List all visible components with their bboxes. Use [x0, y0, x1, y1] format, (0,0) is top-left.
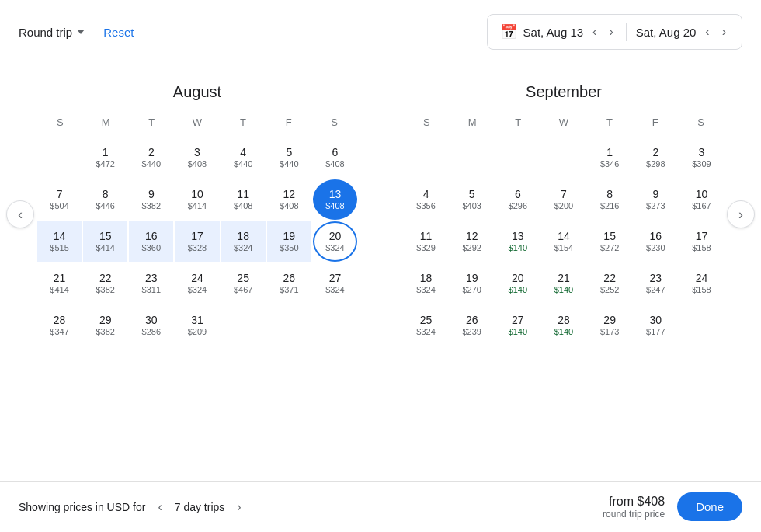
day-price: $440: [142, 159, 161, 169]
table-row[interactable]: 18$324: [221, 221, 266, 262]
trip-duration-prev-button[interactable]: ‹: [155, 499, 165, 516]
calendar-next-button[interactable]: ›: [727, 200, 755, 228]
day-number: 11: [420, 230, 433, 243]
day-price: $414: [188, 201, 207, 211]
table-row[interactable]: 5$440: [267, 137, 311, 178]
table-row[interactable]: 25$467: [221, 263, 266, 304]
table-row[interactable]: 15$272: [588, 221, 632, 262]
table-row[interactable]: 12$408: [267, 179, 311, 220]
day-number: 1: [606, 146, 613, 159]
table-row[interactable]: 17$328: [175, 221, 219, 262]
table-row[interactable]: 6$408: [313, 137, 357, 178]
table-row[interactable]: 26$371: [267, 263, 311, 304]
table-row[interactable]: 9$273: [634, 179, 678, 220]
table-row[interactable]: 30$177: [634, 305, 678, 346]
table-row[interactable]: 14$154: [541, 221, 586, 262]
date-end-prev-button[interactable]: ‹: [702, 23, 712, 40]
table-row[interactable]: 21$414: [37, 263, 82, 304]
table-row[interactable]: 29$173: [588, 305, 632, 346]
table-row[interactable]: 31$209: [175, 305, 219, 346]
table-row[interactable]: 13$408: [313, 179, 357, 220]
table-row[interactable]: 9$382: [129, 179, 173, 220]
table-row: [495, 137, 540, 178]
table-row[interactable]: 6$296: [495, 179, 540, 220]
day-price: $296: [509, 201, 527, 211]
table-row[interactable]: 2$298: [634, 137, 678, 178]
day-price: $309: [692, 159, 711, 169]
table-row[interactable]: 20$140: [495, 263, 540, 304]
day-price: $328: [188, 243, 207, 253]
table-row[interactable]: 30$286: [129, 305, 173, 346]
day-number: 17: [696, 230, 708, 243]
day-number: 12: [283, 188, 295, 201]
table-row[interactable]: 28$347: [37, 305, 82, 346]
table-row[interactable]: 26$239: [450, 305, 494, 346]
day-price: $408: [325, 201, 344, 211]
date-end-next-button[interactable]: ›: [719, 23, 729, 40]
table-row[interactable]: 12$292: [450, 221, 494, 262]
table-row[interactable]: 5$403: [450, 179, 494, 220]
table-row[interactable]: 4$356: [404, 179, 448, 220]
table-row[interactable]: 15$414: [83, 221, 127, 262]
table-row: [541, 137, 586, 178]
table-row[interactable]: 8$446: [83, 179, 127, 220]
day-header: T: [129, 113, 175, 131]
day-number: 11: [237, 188, 249, 201]
table-row[interactable]: 19$350: [267, 221, 311, 262]
table-row[interactable]: 27$324: [313, 263, 357, 304]
day-number: 13: [512, 230, 524, 243]
table-row[interactable]: 7$200: [541, 179, 586, 220]
table-row[interactable]: 10$167: [679, 179, 724, 220]
table-row[interactable]: 27$140: [495, 305, 540, 346]
table-row[interactable]: 11$329: [404, 221, 448, 262]
table-row[interactable]: 18$324: [404, 263, 448, 304]
table-row[interactable]: 23$247: [634, 263, 678, 304]
table-row[interactable]: 16$360: [129, 221, 173, 262]
table-row[interactable]: 8$216: [588, 179, 632, 220]
table-row[interactable]: 28$140: [541, 305, 586, 346]
table-row[interactable]: 29$382: [83, 305, 127, 346]
day-number: 7: [57, 188, 63, 201]
day-price: $273: [646, 201, 665, 211]
table-row[interactable]: 19$270: [450, 263, 494, 304]
calendar-prev-button[interactable]: ‹: [6, 200, 34, 228]
trip-type-selector[interactable]: Round trip: [19, 26, 85, 39]
table-row[interactable]: 10$414: [175, 179, 219, 220]
day-number: 30: [649, 314, 662, 327]
day-number: 18: [420, 272, 433, 285]
table-row[interactable]: 1$472: [83, 137, 127, 178]
table-row[interactable]: 2$440: [129, 137, 173, 178]
day-number: 20: [512, 272, 524, 285]
date-start-next-button[interactable]: ›: [606, 23, 616, 40]
table-row[interactable]: 22$252: [588, 263, 632, 304]
table-row[interactable]: 21$140: [541, 263, 586, 304]
done-button[interactable]: Done: [677, 492, 742, 521]
day-price: $440: [234, 159, 252, 169]
trip-duration-next-button[interactable]: ›: [234, 499, 244, 516]
day-price: $311: [142, 285, 161, 295]
table-row[interactable]: 22$382: [83, 263, 127, 304]
day-number: 2: [148, 146, 155, 159]
table-row[interactable]: 24$324: [175, 263, 219, 304]
table-row[interactable]: 23$311: [129, 263, 173, 304]
day-price: $209: [188, 327, 207, 337]
table-row[interactable]: 16$230: [634, 221, 678, 262]
table-row[interactable]: 7$504: [37, 179, 82, 220]
table-row[interactable]: 13$140: [495, 221, 540, 262]
reset-button[interactable]: Reset: [103, 26, 134, 39]
table-row[interactable]: 14$515: [37, 221, 82, 262]
date-start-prev-button[interactable]: ‹: [589, 23, 599, 40]
day-price: $292: [462, 243, 481, 253]
table-row[interactable]: 3$408: [175, 137, 219, 178]
table-row[interactable]: 25$324: [404, 305, 448, 346]
table-row[interactable]: 17$158: [679, 221, 724, 262]
table-row[interactable]: 3$309: [679, 137, 724, 178]
day-price: $286: [142, 327, 161, 337]
price-info-left: Showing prices in USD for ‹ 7 day trips …: [19, 499, 245, 516]
table-row[interactable]: 1$346: [588, 137, 632, 178]
table-row[interactable]: 24$158: [679, 263, 724, 304]
table-row[interactable]: 11$408: [221, 179, 266, 220]
day-price: $252: [600, 285, 619, 295]
table-row[interactable]: 20$324: [313, 221, 357, 262]
table-row[interactable]: 4$440: [221, 137, 266, 178]
